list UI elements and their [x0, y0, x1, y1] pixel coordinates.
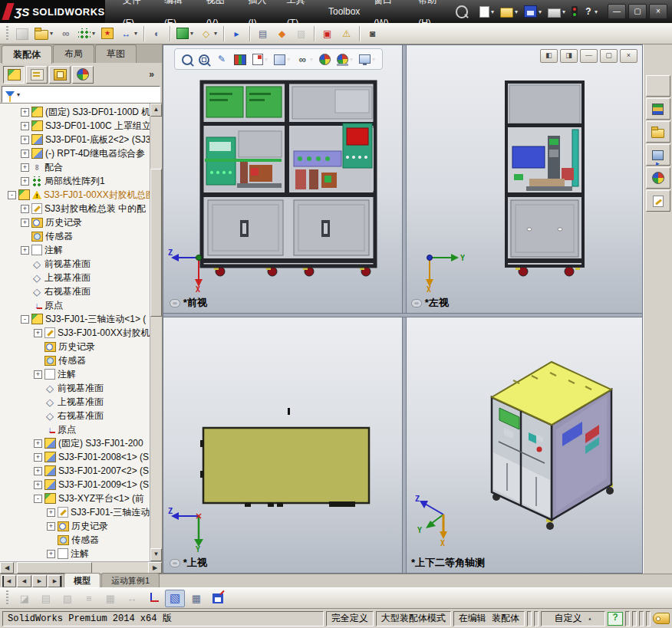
chevron-down-icon[interactable]: ▾	[350, 56, 353, 63]
scene-button[interactable]: ▾	[334, 51, 355, 67]
chevron-down-icon[interactable]: ▾	[287, 56, 290, 63]
expand-toggle[interactable]: +	[21, 177, 29, 186]
panel-tab-2[interactable]: 草图	[95, 44, 137, 63]
assembly-xpert-button[interactable]: ⚠	[337, 25, 356, 42]
zoom-area-button[interactable]	[196, 52, 212, 67]
tree-item[interactable]: 历史记录	[0, 340, 150, 353]
tree-item[interactable]: ↓原点	[0, 298, 150, 312]
chevron-down-icon[interactable]: ▾	[92, 30, 95, 37]
pen-tool-button[interactable]: ▨	[58, 590, 77, 607]
viewport-isometric[interactable]: Z Y X *上下二等角轴测	[405, 316, 642, 573]
feature-manager-tab[interactable]	[3, 66, 25, 84]
save-document-button[interactable]: ▾	[522, 4, 544, 19]
horizontal-splitter[interactable]	[163, 313, 642, 317]
scroll-up-arrow[interactable]: ▲	[150, 104, 162, 117]
scroll-track[interactable]	[150, 117, 162, 548]
explode-line-sketch-button[interactable]: ▨	[292, 25, 311, 42]
assembly-features-button[interactable]: ▾	[173, 25, 196, 41]
viewport-front[interactable]: Z X ∞ *前视	[163, 45, 402, 313]
document-tab-1[interactable]: 运动算例1	[101, 573, 160, 588]
chevron-down-icon[interactable]: ▾	[265, 56, 268, 63]
custom-properties-button[interactable]	[646, 190, 670, 212]
close-document-button[interactable]: ×	[620, 49, 637, 63]
tree-item[interactable]: +SJ3封胶电检总装 中的配	[0, 202, 150, 215]
chevron-down-icon[interactable]: ▾	[214, 30, 217, 37]
zoom-fit-button[interactable]	[180, 52, 195, 67]
chevron-down-icon[interactable]: ▾	[562, 8, 565, 15]
open-document-button[interactable]: ▾	[498, 4, 520, 19]
view-palette-button[interactable]	[646, 144, 670, 166]
expand-toggle[interactable]: -	[34, 495, 42, 503]
expand-toggle[interactable]: +	[47, 508, 55, 517]
tree-item[interactable]: +SJ3-FJ01-2008<1> (S.	[0, 450, 150, 464]
grid-table-button[interactable]: ▦	[100, 590, 120, 607]
scroll-track[interactable]	[14, 562, 148, 574]
linear-component-pattern-button[interactable]: ▾	[75, 26, 98, 41]
filter-dropdown-arrow[interactable]: ▾	[17, 91, 20, 98]
chevron-down-icon[interactable]: ▾	[310, 56, 313, 63]
file-explorer-button[interactable]	[646, 121, 670, 143]
expand-toggle[interactable]: -	[8, 191, 16, 199]
previous-tab-button[interactable]: ◀	[17, 575, 31, 587]
tree-item[interactable]: +注解	[0, 367, 150, 381]
expand-toggle[interactable]: +	[21, 150, 29, 158]
tree-item[interactable]: +局部线性阵列1	[0, 174, 150, 188]
chevron-down-icon[interactable]: ▾	[539, 8, 542, 15]
configuration-manager-tab[interactable]	[49, 66, 71, 84]
expand-toggle[interactable]: +	[21, 205, 29, 213]
shaded-cube-button[interactable]: ▧	[165, 590, 185, 607]
stacked-pages-button[interactable]: ◪	[15, 590, 35, 607]
interference-detection-button[interactable]: ▣	[318, 25, 337, 42]
scroll-down-arrow[interactable]: ▼	[150, 548, 162, 561]
first-tab-button[interactable]: ◀	[2, 575, 16, 587]
tree-item[interactable]: 传感器	[0, 353, 150, 367]
coordinate-axes-button[interactable]	[143, 590, 163, 607]
section-view-button[interactable]	[232, 52, 249, 67]
tree-item[interactable]: +(-) RPT-4D继电器综合参	[0, 146, 150, 160]
hide-show-button[interactable]: ∞▾	[294, 52, 315, 67]
expand-toggle[interactable]: +	[21, 163, 29, 172]
expand-toggle[interactable]: +	[21, 122, 29, 130]
tree-item[interactable]: +历史记录	[0, 215, 150, 229]
show-hidden-components-button[interactable]: ◐	[147, 25, 166, 42]
restore-document-button[interactable]: ▢	[600, 49, 618, 63]
tree-item[interactable]: 传感器	[0, 229, 150, 243]
drawing-section-button[interactable]: ▾	[250, 52, 270, 67]
tree-item[interactable]: +注解	[0, 547, 150, 561]
tree-item[interactable]: -SJ3-FJ01-三轴连动<1> (	[0, 312, 150, 326]
next-tab-button[interactable]: ▶	[32, 575, 47, 587]
top-view-model[interactable]	[200, 423, 374, 509]
expand-toggle[interactable]: +	[21, 219, 29, 227]
expand-toggle[interactable]: +	[34, 370, 42, 379]
search-icon[interactable]	[456, 5, 468, 18]
tree-item[interactable]: +注解	[0, 243, 150, 257]
save-view-button[interactable]	[208, 590, 228, 607]
expand-toggle[interactable]: +	[34, 453, 42, 462]
scroll-right-arrow[interactable]: ▶	[148, 562, 162, 574]
tree-item[interactable]: ◇右视基准面	[0, 409, 150, 423]
performance-monitor-button[interactable]	[569, 5, 580, 19]
resources-button[interactable]	[646, 75, 670, 97]
tags-button[interactable]	[653, 613, 670, 624]
line-list-button[interactable]: ≡	[79, 590, 99, 607]
tree-item[interactable]: ◇右视基准面	[0, 284, 150, 298]
expand-toggle[interactable]: +	[21, 108, 29, 117]
tree-item[interactable]: +历史记录	[0, 519, 150, 533]
scroll-thumb[interactable]	[150, 169, 162, 317]
unit-system-selector[interactable]: 自定义 ▴	[541, 611, 605, 626]
expand-toggle[interactable]: -	[21, 315, 29, 324]
appearance-button[interactable]	[317, 51, 333, 67]
tree-item[interactable]: ◇前视基准面	[0, 381, 150, 395]
property-manager-tab[interactable]	[26, 66, 48, 84]
display-manager-tab[interactable]	[72, 66, 94, 84]
open-part-button[interactable]: ▾	[31, 25, 56, 42]
panel-tab-0[interactable]: 装配体	[2, 45, 52, 64]
smart-fasteners-button[interactable]: ★	[98, 25, 117, 41]
new-document-button[interactable]: ▾	[477, 5, 496, 19]
toolbar-grip[interactable]	[6, 590, 8, 606]
tree-horizontal-scrollbar[interactable]: ◀ ▶	[0, 561, 162, 574]
tree-item[interactable]: ◇上视基准面	[0, 271, 150, 284]
view-orientation-button[interactable]: ▾	[272, 52, 292, 67]
expand-toggle[interactable]: +	[34, 439, 42, 448]
exploded-view-button[interactable]: ◆	[272, 25, 292, 42]
